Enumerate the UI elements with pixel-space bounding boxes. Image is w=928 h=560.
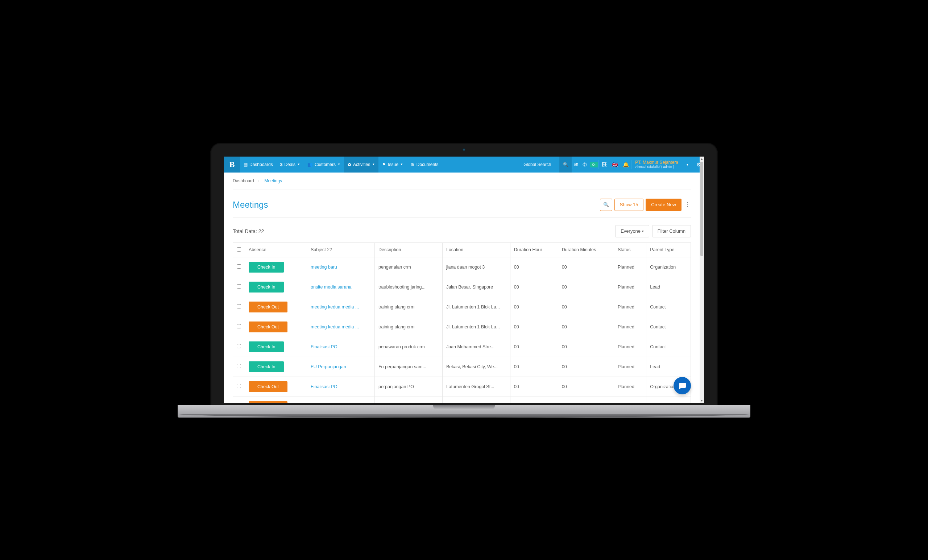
- cell-subject[interactable]: Finalisasi PO: [307, 377, 375, 397]
- scroll-down-icon[interactable]: ▼: [700, 399, 704, 402]
- nav-label: Issue: [388, 162, 398, 167]
- col-absence[interactable]: Absence: [245, 243, 307, 257]
- search-icon: 🔍: [563, 162, 568, 167]
- status-on-badge[interactable]: On: [590, 162, 598, 168]
- image-icon[interactable]: 🖼: [598, 157, 609, 172]
- global-search-input[interactable]: [519, 157, 559, 172]
- absence-button[interactable]: Check Out: [249, 322, 287, 333]
- col-description[interactable]: Description: [374, 243, 442, 257]
- nav-label: Deals: [284, 162, 295, 167]
- cell-description: perpanjangan PO: [374, 377, 442, 397]
- col-subject[interactable]: Subject 22: [307, 243, 375, 257]
- cell-description: traubleshooting jaring...: [374, 277, 442, 297]
- scroll-up-icon[interactable]: ▲: [700, 157, 704, 160]
- cell-subject[interactable]: meeting kedua media ...: [307, 317, 375, 337]
- row-checkbox[interactable]: [237, 264, 241, 269]
- table-row: Check InFinalisasi POpenawaran produk cr…: [233, 337, 691, 357]
- col-status[interactable]: Status: [614, 243, 646, 257]
- search-button[interactable]: 🔍: [600, 198, 612, 211]
- table-row: Check Inmeeting barupengenalan crmjlana …: [233, 257, 691, 277]
- absence-button[interactable]: Check Out: [249, 381, 287, 392]
- absence-button[interactable]: Check In: [249, 362, 284, 372]
- col-duration-hour[interactable]: Duration Hour: [510, 243, 558, 257]
- phone-icon[interactable]: ✆: [579, 157, 590, 172]
- everyone-dropdown[interactable]: Everyone ▾: [615, 225, 649, 237]
- language-flag-icon[interactable]: 🇬🇧: [609, 157, 620, 172]
- breadcrumb-root[interactable]: Dashboard: [233, 179, 254, 183]
- cell-parent-type: Contact: [646, 317, 691, 337]
- row-checkbox[interactable]: [237, 304, 241, 308]
- nav-customers[interactable]: 👥Customers▼: [304, 157, 344, 172]
- nav-icon: ▦: [244, 162, 247, 167]
- row-checkbox[interactable]: [237, 384, 241, 388]
- row-checkbox[interactable]: [237, 284, 241, 288]
- global-search-wrap: 🔍: [519, 157, 572, 172]
- col-parent-type[interactable]: Parent Type: [646, 243, 691, 257]
- cell-parent-type: Contact: [646, 397, 691, 403]
- company-menu[interactable]: PT. Makmur Sejahtera Ahmad Yafallallof (…: [632, 157, 682, 172]
- cell-subject[interactable]: Finalisasi PO: [307, 337, 375, 357]
- absence-button[interactable]: Check Out: [249, 401, 287, 403]
- global-search-button[interactable]: 🔍: [559, 157, 572, 172]
- cell-duration-hour: 00: [510, 277, 558, 297]
- cell-status: Planned: [614, 357, 646, 377]
- absence-button[interactable]: Check In: [249, 262, 284, 273]
- company-user: Ahmad Yafallallof ( admin ): [635, 165, 678, 169]
- bell-icon[interactable]: 🔔: [620, 157, 631, 172]
- chevron-right-icon: 〉: [255, 179, 263, 183]
- col-duration-minutes[interactable]: Duration Minutes: [558, 243, 614, 257]
- cell-location: Jl. Latumenten 1 Blok La...: [442, 297, 510, 317]
- nav-icon: 🗎: [411, 162, 415, 167]
- top-navbar: B ▦Dashboards$Deals▼👥Customers▼✿Activiti…: [224, 157, 704, 172]
- filter-column-button[interactable]: Filter Column: [652, 225, 691, 237]
- row-checkbox[interactable]: [237, 324, 241, 328]
- table-row: Check Outmeeting kedua media ...training…: [233, 317, 691, 337]
- company-caret-icon[interactable]: ▾: [682, 157, 693, 172]
- cell-subject[interactable]: Finalisasi PO: [307, 397, 375, 403]
- row-checkbox[interactable]: [237, 364, 241, 368]
- app-viewport: B ▦Dashboards$Deals▼👥Customers▼✿Activiti…: [224, 157, 704, 403]
- scroll-thumb[interactable]: [701, 162, 703, 256]
- cell-location: Jalan Besar, Singapore: [442, 277, 510, 297]
- nav-deals[interactable]: $Deals▼: [276, 157, 304, 172]
- cell-duration-minutes: 00: [558, 357, 614, 377]
- select-all-checkbox[interactable]: [237, 247, 241, 252]
- laptop-notch: [433, 405, 495, 410]
- row-checkbox[interactable]: [237, 344, 241, 348]
- col-location[interactable]: Location: [442, 243, 510, 257]
- nav-label: Documents: [417, 162, 439, 167]
- nav-activities[interactable]: ✿Activities▼: [344, 157, 379, 172]
- nav-dashboards[interactable]: ▦Dashboards: [240, 157, 276, 172]
- chat-icon: [678, 381, 687, 390]
- cell-duration-hour: 00: [510, 297, 558, 317]
- cell-duration-hour: 00: [510, 377, 558, 397]
- chat-fab[interactable]: [673, 377, 691, 394]
- laptop-screen: B ▦Dashboards$Deals▼👥Customers▼✿Activiti…: [210, 143, 718, 406]
- cell-status: Planned: [614, 377, 646, 397]
- cell-subject[interactable]: meeting baru: [307, 257, 375, 277]
- app-logo[interactable]: B: [224, 157, 240, 172]
- nav-documents[interactable]: 🗎Documents: [407, 157, 442, 172]
- cell-parent-type: Lead: [646, 277, 691, 297]
- cell-duration-hour: 00: [510, 257, 558, 277]
- absence-button[interactable]: Check In: [249, 282, 284, 293]
- cell-duration-minutes: 00: [558, 257, 614, 277]
- cell-parent-type: Contact: [646, 337, 691, 357]
- more-menu-button[interactable]: ⋮: [684, 203, 691, 206]
- absence-button[interactable]: Check In: [249, 342, 284, 352]
- cell-subject[interactable]: FU Perpanjangan: [307, 357, 375, 377]
- show-count-button[interactable]: Show 15: [614, 198, 644, 211]
- table-header-row: Absence Subject 22 Description Location …: [233, 243, 691, 257]
- cell-subject[interactable]: meeting kedua media ...: [307, 297, 375, 317]
- create-new-button[interactable]: Create New: [646, 198, 682, 211]
- table-row: Check OutFinalisasi POperpanjangan PO 20…: [233, 397, 691, 403]
- nav-icon: 👥: [307, 162, 313, 167]
- table-row: Check OutFinalisasi POperpanjangan POLat…: [233, 377, 691, 397]
- company-name: PT. Makmur Sejahtera: [635, 160, 678, 165]
- absence-button[interactable]: Check Out: [249, 302, 287, 313]
- cell-subject[interactable]: onsite media sarana: [307, 277, 375, 297]
- cell-location: Bekasi, Bekasi City, We...: [442, 357, 510, 377]
- scrollbar[interactable]: ▲ ▼: [700, 157, 704, 403]
- nav-issue[interactable]: ⚑Issue▼: [379, 157, 407, 172]
- cell-duration-minutes: 00: [558, 377, 614, 397]
